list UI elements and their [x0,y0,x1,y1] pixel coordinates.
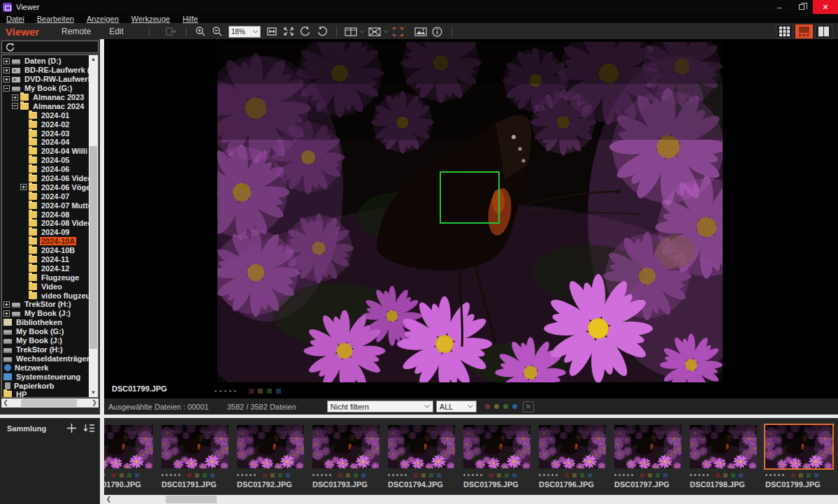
filmstrip-thumbnail[interactable]: DSC01796.JPG [535,422,610,489]
tree-item[interactable]: Almanac 2024 [2,101,89,110]
color-label-blue[interactable] [588,473,592,477]
thumbnail-image[interactable] [236,424,305,470]
tree-item[interactable]: Systemsteuerung [2,372,89,381]
menu-hilfe[interactable]: Hilfe [176,15,204,23]
filmstrip-thumbnail[interactable]: DSC01798.JPG [686,422,761,489]
color-label-red[interactable] [112,473,116,477]
tree-vertical-scrollbar[interactable]: ▲ ▼ [89,55,98,397]
color-label-yellow[interactable] [648,473,652,477]
tree-item[interactable]: 2024-10B [2,246,89,255]
color-label-yellow[interactable] [258,389,263,394]
tree-horizontal-scrollbar[interactable]: ❮ ❯ [1,398,99,408]
clear-filter-button[interactable]: ✕ [523,401,534,412]
tree-item[interactable]: Video [2,282,89,291]
compare-grid-icon[interactable] [342,24,359,38]
color-filter-red[interactable] [485,404,490,409]
expander-icon[interactable] [12,103,18,109]
rotate-right-icon[interactable] [314,24,331,38]
close-button[interactable]: ✕ [813,0,838,14]
color-label-yellow[interactable] [799,473,803,477]
filmstrip-scrollbar[interactable]: ❮ [104,495,838,504]
tab-remote[interactable]: Remote [62,27,91,36]
add-collection-icon[interactable] [67,424,76,433]
tree-item[interactable]: DVD-RW-Laufwerk (F:) [2,75,89,84]
menu-anzeigen[interactable]: Anzeigen [80,15,125,23]
filmstrip-view-button[interactable] [795,24,813,38]
tree-item[interactable]: 2024-09 [2,228,89,237]
color-label-green[interactable] [127,473,131,477]
color-label-red[interactable] [791,473,795,477]
scroll-right-icon[interactable]: ❯ [90,398,99,408]
color-label-green[interactable] [580,473,584,477]
rating-dots-icon[interactable] [237,474,239,476]
rating-dots-icon[interactable] [312,474,315,476]
tree-item[interactable]: 2024-01 [2,110,89,120]
color-filter-green[interactable] [503,404,508,409]
scrollbar-thumb[interactable] [21,399,77,407]
color-filter-blue[interactable] [512,404,517,409]
color-label-blue[interactable] [663,473,667,477]
filmstrip-thumbnail[interactable]: DSC01797.JPG [610,422,686,489]
rating-dots-icon[interactable] [215,390,217,392]
tree-item[interactable]: My Book (J:) [2,309,89,318]
rating-dots-icon[interactable] [765,474,767,476]
color-label-blue[interactable] [437,473,441,477]
thumbnail-image[interactable] [462,424,532,470]
focus-grid-dropdown-icon[interactable] [383,24,390,38]
color-label-blue[interactable] [276,389,281,394]
scroll-down-icon[interactable]: ▼ [89,389,98,397]
filmstrip-thumbnail[interactable]: DSC01793.JPG [308,422,384,489]
scroll-left-icon[interactable]: ❮ [104,495,113,504]
color-label-red[interactable] [489,473,493,477]
tree-item[interactable]: 2024-03 [2,129,89,138]
compare-grid-dropdown-icon[interactable] [359,24,366,38]
rating-dots-icon[interactable] [161,474,164,476]
rotate-left-icon[interactable] [297,24,314,38]
tree-item[interactable]: BD-RE-Laufwerk (E:) [2,66,89,75]
expander-icon[interactable] [3,67,10,73]
tree-item[interactable]: Almanac 2023 [2,93,89,102]
tree-item[interactable]: 2024-04 Willi [2,147,89,156]
zoom-in-icon[interactable] [192,24,209,38]
tree-item[interactable]: 2024-12 [2,264,89,273]
color-label-yellow[interactable] [497,473,501,477]
color-label-yellow[interactable] [120,473,124,477]
thumbnail-image[interactable] [387,424,456,470]
tree-item-selected[interactable]: 2024-10A [2,237,89,246]
tree-item[interactable]: 2024-06 Vögel [2,182,89,192]
thumbnail-image[interactable] [104,424,154,470]
menu-datei[interactable]: Datei [0,15,31,23]
sort-icon[interactable] [83,424,94,433]
tree-item[interactable]: HP [2,390,89,398]
thumbnail-image[interactable] [688,424,758,470]
scrollbar-thumb[interactable] [89,146,97,349]
zoom-out-icon[interactable] [209,24,226,38]
expander-icon[interactable] [3,76,10,82]
rating-dots-icon[interactable] [690,474,692,476]
color-label-yellow[interactable] [346,473,350,477]
color-label-green[interactable] [505,473,509,477]
tree-item[interactable]: Netzwerk [2,363,89,372]
tree-item[interactable]: 2024-08 Video [2,219,89,228]
color-label-blue[interactable] [135,473,139,477]
fit-screen-icon[interactable] [280,24,297,38]
expander-icon[interactable] [3,301,10,308]
color-label-yellow[interactable] [270,473,275,477]
tree-item[interactable]: 2024-04 [2,138,89,147]
expander-icon[interactable] [3,310,10,317]
tree-item[interactable]: 2024-06 [2,165,89,174]
rating-dots-icon[interactable] [388,474,390,476]
restore-button[interactable] [790,0,813,14]
tree-item[interactable]: Bibliotheken [2,318,89,327]
thumbnail-image[interactable] [537,424,607,470]
tree-item[interactable]: Daten (D:) [2,57,89,66]
tree-item[interactable]: My Book (J:) [2,336,89,345]
color-label-red[interactable] [338,473,342,477]
color-label-red[interactable] [187,473,192,477]
grid-view-button[interactable] [776,24,793,38]
tree-item[interactable]: 2024-02 [2,120,89,129]
minimize-button[interactable]: – [768,0,790,14]
tree-item[interactable]: 2024-07 Mutter 85 [2,201,89,210]
color-label-red[interactable] [640,473,644,477]
filter-type-select[interactable]: ALL [436,401,477,412]
